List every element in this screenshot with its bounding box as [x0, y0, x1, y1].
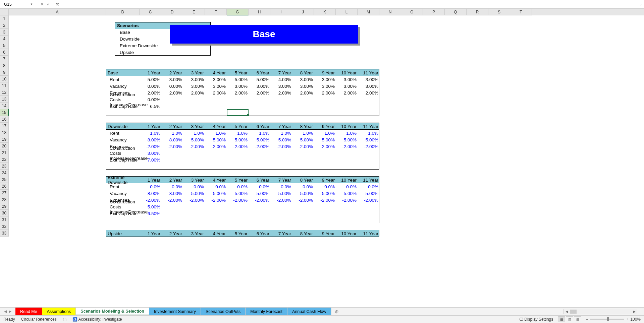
row-header-30[interactable]: 30: [0, 210, 9, 216]
row-header-33[interactable]: 33: [0, 230, 9, 237]
data-cell[interactable]: 3.00%: [336, 83, 358, 89]
data-cell[interactable]: 5.00%: [292, 190, 314, 197]
col-header-E[interactable]: E: [183, 9, 205, 15]
sheet-tab[interactable]: Assumptions: [42, 308, 76, 315]
row-header-12[interactable]: 12: [0, 89, 9, 96]
data-cell[interactable]: 1.0%: [227, 130, 249, 136]
name-box[interactable]: G15 ▼: [2, 1, 35, 8]
data-cell[interactable]: 5.00%: [140, 203, 162, 210]
col-header-M[interactable]: M: [358, 9, 379, 15]
data-cell[interactable]: 5.00%: [249, 190, 271, 197]
scroll-right-icon[interactable]: ▶: [632, 310, 637, 313]
row-header-18[interactable]: 18: [0, 129, 9, 136]
spreadsheet-grid[interactable]: ABCDEFGHIJKLMNOPQRST 1234567891011121314…: [0, 9, 644, 310]
data-cell[interactable]: 3.00%: [227, 83, 249, 89]
data-cell[interactable]: 0.0%: [183, 183, 205, 190]
data-cell[interactable]: -2.00%: [249, 197, 271, 203]
data-cell[interactable]: 0.00%: [140, 96, 162, 103]
data-cell[interactable]: 5.00%: [336, 136, 358, 143]
col-header-J[interactable]: J: [292, 9, 314, 15]
data-cell[interactable]: 5.00%: [227, 76, 249, 83]
data-cell[interactable]: 5.00%: [249, 76, 271, 83]
row-header-15[interactable]: 15: [0, 109, 9, 116]
col-header-R[interactable]: R: [467, 9, 488, 15]
data-cell[interactable]: 1.0%: [183, 130, 205, 136]
zoom-out-button[interactable]: −: [586, 317, 588, 322]
data-cell[interactable]: 1.0%: [162, 130, 183, 136]
data-cell[interactable]: 2.00%: [183, 89, 205, 96]
row-header-2[interactable]: 2: [0, 22, 9, 29]
col-header-H[interactable]: H: [249, 9, 270, 15]
data-cell[interactable]: 3.00%: [271, 83, 292, 89]
data-cell[interactable]: -2.00%: [271, 143, 292, 150]
row-header-32[interactable]: 32: [0, 223, 9, 230]
row-header-11[interactable]: 11: [0, 82, 9, 89]
col-header-A[interactable]: A: [9, 9, 106, 15]
zoom-level[interactable]: 100%: [630, 317, 641, 322]
data-cell[interactable]: 5.00%: [183, 190, 205, 197]
data-cell[interactable]: 5.00%: [271, 136, 292, 143]
formula-input[interactable]: [61, 1, 637, 8]
data-cell[interactable]: 2.00%: [227, 89, 249, 96]
data-cell[interactable]: 2.00%: [249, 89, 271, 96]
data-cell[interactable]: 1.0%: [271, 130, 292, 136]
page-break-button[interactable]: ▤: [574, 316, 581, 322]
sheet-tab[interactable]: Scenarios Modeling & Selection: [76, 308, 149, 315]
data-cell[interactable]: 2.00%: [358, 89, 380, 96]
data-cell[interactable]: 4.00%: [271, 76, 292, 83]
data-cell[interactable]: 0.0%: [358, 183, 380, 190]
data-cell[interactable]: 3.00%: [358, 76, 380, 83]
data-cell[interactable]: -2.00%: [205, 143, 227, 150]
page-layout-button[interactable]: ▥: [566, 316, 573, 322]
data-cell[interactable]: 3.00%: [205, 83, 227, 89]
data-cell[interactable]: 0.0%: [140, 183, 162, 190]
data-cell[interactable]: 3.00%: [183, 83, 205, 89]
data-cell[interactable]: 5.00%: [249, 136, 271, 143]
col-header-N[interactable]: N: [379, 9, 401, 15]
col-header-F[interactable]: F: [205, 9, 227, 15]
row-header-21[interactable]: 21: [0, 149, 9, 156]
row-header-19[interactable]: 19: [0, 136, 9, 143]
data-cell[interactable]: 1.0%: [314, 130, 336, 136]
row-header-8[interactable]: 8: [0, 62, 9, 69]
select-all-corner[interactable]: [0, 9, 9, 15]
col-header-Q[interactable]: Q: [445, 9, 467, 15]
fx-icon[interactable]: fx: [56, 2, 59, 7]
data-cell[interactable]: 3.00%: [314, 83, 336, 89]
data-cell[interactable]: 2.00%: [292, 89, 314, 96]
sheet-tab[interactable]: Read Me: [15, 308, 42, 315]
row-header-24[interactable]: 24: [0, 170, 9, 176]
col-header-C[interactable]: C: [140, 9, 161, 15]
data-cell[interactable]: 5.00%: [358, 190, 380, 197]
sheet-tab[interactable]: Monthly Forecast: [246, 308, 287, 315]
data-cell[interactable]: 5.00%: [314, 190, 336, 197]
sheet-tab[interactable]: Investement Summary: [149, 308, 201, 315]
data-cell[interactable]: 2.00%: [162, 89, 183, 96]
scenario-item[interactable]: Extreme Downside: [115, 43, 210, 49]
data-cell[interactable]: 8.00%: [162, 190, 183, 197]
accept-icon[interactable]: ✓: [47, 2, 50, 7]
row-header-6[interactable]: 6: [0, 49, 9, 56]
data-cell[interactable]: 5.00%: [205, 136, 227, 143]
data-cell[interactable]: 3.00%: [292, 76, 314, 83]
col-header-P[interactable]: P: [423, 9, 445, 15]
data-cell[interactable]: 3.00%: [162, 76, 183, 83]
cancel-icon[interactable]: ✕: [40, 2, 44, 7]
data-cell[interactable]: 8.00%: [162, 136, 183, 143]
data-cell[interactable]: 5.00%: [140, 76, 162, 83]
data-cell[interactable]: -2.00%: [314, 143, 336, 150]
data-cell[interactable]: 5.00%: [183, 136, 205, 143]
add-sheet-button[interactable]: ⊕: [331, 309, 342, 314]
row-header-29[interactable]: 29: [0, 203, 9, 210]
data-cell[interactable]: 5.00%: [314, 136, 336, 143]
sheet-tab[interactable]: Scenarios OutPuts: [201, 308, 246, 315]
data-cell[interactable]: 5.00%: [358, 136, 380, 143]
data-cell[interactable]: -2.00%: [183, 143, 205, 150]
data-cell[interactable]: 5.00%: [205, 190, 227, 197]
row-header-28[interactable]: 28: [0, 196, 9, 203]
row-header-10[interactable]: 10: [0, 76, 9, 82]
scroll-thumb[interactable]: [570, 310, 577, 314]
data-cell[interactable]: 2.00%: [336, 89, 358, 96]
row-header-5[interactable]: 5: [0, 42, 9, 49]
data-cell[interactable]: -2.00%: [358, 197, 380, 203]
